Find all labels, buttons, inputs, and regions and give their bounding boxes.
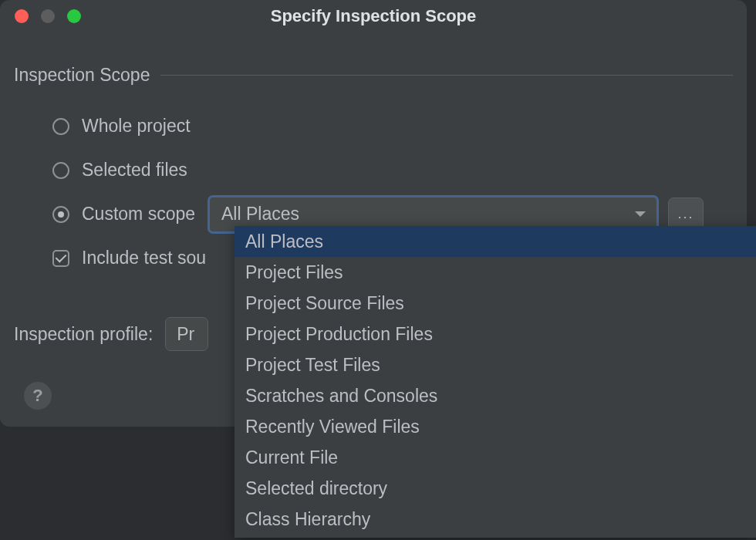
dropdown-item-project-files[interactable]: Project Files: [235, 257, 756, 288]
selected-files-radio[interactable]: [52, 162, 69, 179]
section-title: Inspection Scope: [14, 65, 150, 86]
close-window-button[interactable]: [15, 9, 29, 23]
inspection-profile-label: Inspection profile:: [14, 324, 153, 345]
custom-scope-combo-text: All Places: [221, 204, 299, 224]
maximize-window-button[interactable]: [67, 9, 81, 23]
whole-project-radio[interactable]: [52, 118, 69, 135]
dropdown-item-recently-viewed-files[interactable]: Recently Viewed Files: [235, 411, 756, 442]
inspection-scope-dialog: Specify Inspection Scope Inspection Scop…: [0, 0, 747, 427]
help-button[interactable]: ?: [24, 382, 52, 410]
dropdown-item-class-hierarchy[interactable]: Class Hierarchy: [235, 504, 756, 535]
custom-scope-dropdown: All Places Project Files Project Source …: [235, 226, 756, 538]
help-icon: ?: [32, 386, 42, 406]
selected-files-label[interactable]: Selected files: [82, 160, 187, 181]
ellipsis-icon: ...: [678, 206, 694, 222]
custom-scope-radio[interactable]: [52, 206, 69, 223]
dropdown-item-scratches-consoles[interactable]: Scratches and Consoles: [235, 380, 756, 411]
inspection-profile-select[interactable]: Pr: [165, 317, 208, 351]
include-tests-label[interactable]: Include test sou: [82, 248, 206, 268]
whole-project-label[interactable]: Whole project: [82, 116, 191, 137]
chevron-down-icon: [635, 211, 646, 217]
minimize-window-button[interactable]: [41, 9, 55, 23]
dropdown-item-project-test-files[interactable]: Project Test Files: [235, 349, 756, 380]
inspection-profile-value: Pr: [177, 324, 194, 345]
dropdown-item-selected-directory[interactable]: Selected directory: [235, 473, 756, 504]
custom-scope-label[interactable]: Custom scope: [82, 204, 195, 224]
section-header: Inspection Scope: [14, 65, 733, 86]
selected-files-row: Selected files: [52, 148, 733, 192]
dropdown-item-current-file[interactable]: Current File: [235, 442, 756, 473]
whole-project-row: Whole project: [52, 104, 733, 148]
dropdown-item-all-places[interactable]: All Places: [235, 226, 756, 257]
dialog-title: Specify Inspection Scope: [271, 6, 477, 26]
window-controls: [0, 9, 96, 23]
titlebar: Specify Inspection Scope: [0, 0, 747, 32]
dropdown-item-project-source-files[interactable]: Project Source Files: [235, 288, 756, 319]
dropdown-item-project-production-files[interactable]: Project Production Files: [235, 319, 756, 349]
divider: [160, 75, 733, 76]
include-tests-checkbox[interactable]: [52, 250, 69, 267]
